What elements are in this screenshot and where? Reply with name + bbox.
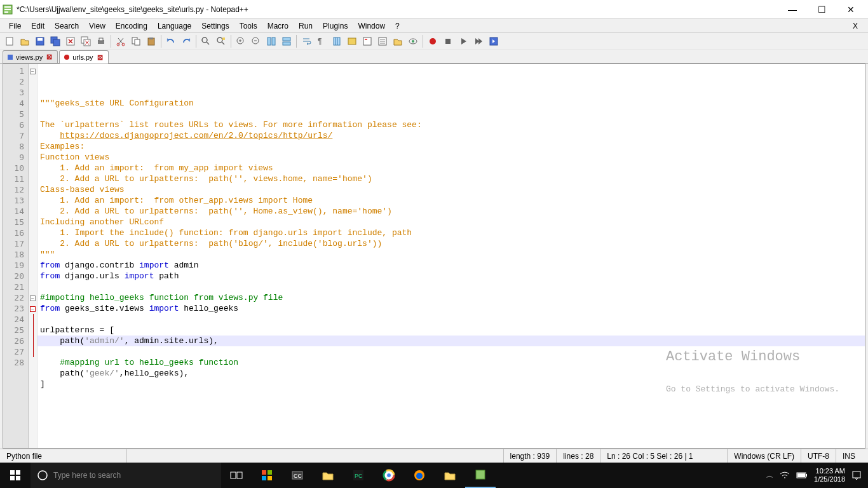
svg-rect-49 xyxy=(262,470,266,475)
save-macro-icon[interactable] xyxy=(487,34,501,48)
menu-settings[interactable]: Settings xyxy=(196,20,234,32)
menu-plugins[interactable]: Plugins xyxy=(318,20,353,32)
close-button[interactable]: ✕ xyxy=(836,0,865,19)
lang-icon[interactable] xyxy=(345,34,359,48)
svg-point-37 xyxy=(430,38,436,44)
sync-h-icon[interactable] xyxy=(280,34,294,48)
task-view-icon[interactable] xyxy=(221,463,252,488)
svg-rect-66 xyxy=(806,474,807,477)
tab-bar: views.py ⊠ urls.py ⊠ xyxy=(0,50,868,64)
menu-tools[interactable]: Tools xyxy=(234,20,262,32)
svg-point-36 xyxy=(412,40,414,43)
copy-icon[interactable] xyxy=(129,34,143,48)
menu-help[interactable]: ? xyxy=(390,20,405,32)
svg-rect-43 xyxy=(16,470,20,475)
menu-close-x[interactable]: X xyxy=(848,20,863,32)
save-icon[interactable] xyxy=(33,34,47,48)
status-eol[interactable]: Windows (CR LF) xyxy=(728,449,801,463)
doc-map-icon[interactable] xyxy=(360,34,374,48)
status-language: Python file xyxy=(0,449,127,463)
show-all-chars-icon[interactable]: ¶ xyxy=(315,34,329,48)
taskbar-app-notepadpp-icon[interactable] xyxy=(465,463,496,488)
tab-views-py[interactable]: views.py ⊠ xyxy=(3,50,58,63)
svg-text:¶: ¶ xyxy=(318,37,322,46)
new-file-icon[interactable] xyxy=(3,34,17,48)
tray-notifications-icon[interactable] xyxy=(851,470,862,480)
tab-close-icon[interactable]: ⊠ xyxy=(45,53,53,61)
menu-search[interactable]: Search xyxy=(50,20,84,32)
svg-rect-48 xyxy=(237,472,242,478)
menu-window[interactable]: Window xyxy=(353,20,390,32)
code-area[interactable]: """geeks_site URL Configuration The `url… xyxy=(37,64,865,448)
indent-guide-icon[interactable] xyxy=(330,34,344,48)
svg-rect-4 xyxy=(6,37,13,45)
sync-v-icon[interactable] xyxy=(264,34,278,48)
tray-clock[interactable]: 10:23 AM 1/25/2018 xyxy=(814,467,845,484)
close-all-icon[interactable] xyxy=(79,34,93,48)
taskbar-app-store-icon[interactable] xyxy=(252,463,282,488)
svg-rect-64 xyxy=(476,470,485,479)
tray-wifi-icon[interactable] xyxy=(780,471,790,480)
tray-chevron-up-icon[interactable]: ︿ xyxy=(766,471,773,480)
minimize-button[interactable]: — xyxy=(778,0,807,19)
menu-view[interactable]: View xyxy=(84,20,111,32)
taskbar-app-cc-icon[interactable]: CC xyxy=(282,463,313,488)
svg-rect-45 xyxy=(16,476,20,480)
menu-language[interactable]: Language xyxy=(153,20,196,32)
svg-rect-52 xyxy=(268,476,272,480)
find-icon[interactable] xyxy=(199,34,213,48)
svg-rect-30 xyxy=(334,37,340,45)
taskbar-app-chrome-icon[interactable] xyxy=(374,463,404,488)
play-multi-icon[interactable] xyxy=(471,34,485,48)
wordwrap-icon[interactable] xyxy=(299,34,313,48)
svg-point-20 xyxy=(202,37,207,43)
line-number-gutter: 1234567891011121314151617181920212223242… xyxy=(3,64,29,448)
menu-edit[interactable]: Edit xyxy=(26,20,50,32)
svg-rect-38 xyxy=(445,39,451,44)
open-file-icon[interactable] xyxy=(18,34,32,48)
tab-close-icon[interactable]: ⊠ xyxy=(96,53,104,62)
save-all-icon[interactable] xyxy=(48,34,62,48)
stop-macro-icon[interactable] xyxy=(441,34,455,48)
svg-point-41 xyxy=(64,55,69,60)
taskbar-app-pycharm-icon[interactable]: PC xyxy=(343,463,374,488)
record-macro-icon[interactable] xyxy=(426,34,440,48)
tab-urls-py[interactable]: urls.py ⊠ xyxy=(59,50,108,64)
window-title: *C:\Users\Ujjwal\env_site\geeks_site\gee… xyxy=(17,5,778,14)
svg-point-21 xyxy=(217,37,222,43)
tray-battery-icon[interactable] xyxy=(796,471,808,479)
svg-point-63 xyxy=(416,473,423,479)
menu-encoding[interactable]: Encoding xyxy=(111,20,153,32)
zoom-in-icon[interactable] xyxy=(234,34,248,48)
windows-taskbar: Type here to search CC PC ︿ 10:23 AM 1/2… xyxy=(0,463,868,488)
play-macro-icon[interactable] xyxy=(456,34,470,48)
redo-icon[interactable] xyxy=(179,34,193,48)
taskbar-app-firefox-icon[interactable] xyxy=(404,463,435,488)
replace-icon[interactable] xyxy=(214,34,228,48)
taskbar-app-explorer-icon[interactable] xyxy=(313,463,343,488)
close-file-icon[interactable] xyxy=(64,34,78,48)
status-bar: Python file length : 939 lines : 28 Ln :… xyxy=(0,449,868,463)
editor[interactable]: 1234567891011121314151617181920212223242… xyxy=(3,64,865,449)
taskbar-search[interactable]: Type here to search xyxy=(31,463,221,488)
monitor-icon[interactable] xyxy=(406,34,420,48)
menu-file[interactable]: File xyxy=(4,20,26,32)
menu-run[interactable]: Run xyxy=(294,20,318,32)
tab-unsaved-icon xyxy=(64,54,70,60)
print-icon[interactable] xyxy=(94,34,108,48)
paste-icon[interactable] xyxy=(144,34,158,48)
doc-list-icon[interactable] xyxy=(376,34,390,48)
folder-workspace-icon[interactable] xyxy=(391,34,405,48)
cut-icon[interactable] xyxy=(114,34,128,48)
svg-rect-42 xyxy=(10,470,15,475)
status-encoding[interactable]: UTF-8 xyxy=(801,449,836,463)
svg-rect-22 xyxy=(222,37,225,40)
svg-point-61 xyxy=(387,473,391,478)
maximize-button[interactable]: ☐ xyxy=(807,0,836,19)
taskbar-app-folder-icon[interactable] xyxy=(435,463,465,488)
status-insert-mode[interactable]: INS xyxy=(836,449,868,463)
start-button[interactable] xyxy=(0,463,31,488)
undo-icon[interactable] xyxy=(164,34,178,48)
zoom-out-icon[interactable] xyxy=(249,34,263,48)
menu-macro[interactable]: Macro xyxy=(262,20,294,32)
